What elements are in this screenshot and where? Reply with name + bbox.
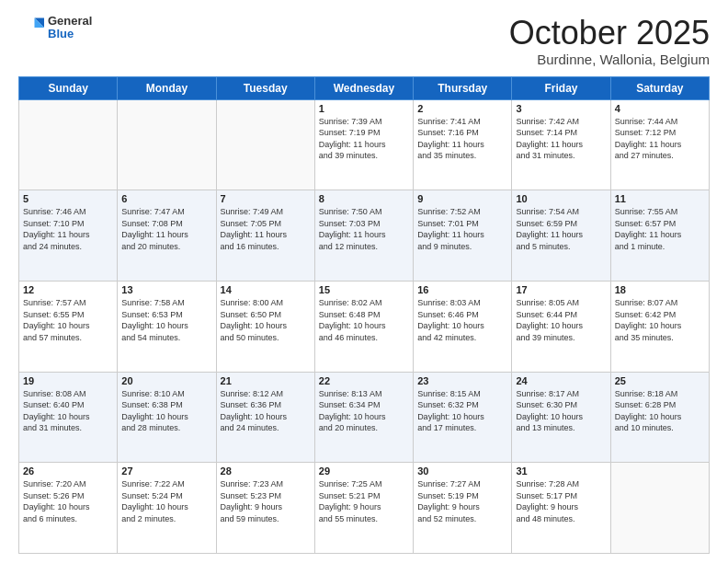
day-info: Sunrise: 7:46 AM Sunset: 7:10 PM Dayligh… bbox=[23, 206, 113, 252]
day-info: Sunrise: 7:22 AM Sunset: 5:24 PM Dayligh… bbox=[121, 478, 211, 524]
calendar-cell: 24Sunrise: 8:17 AM Sunset: 6:30 PM Dayli… bbox=[512, 372, 610, 463]
calendar-cell: 14Sunrise: 8:00 AM Sunset: 6:50 PM Dayli… bbox=[216, 281, 314, 372]
calendar-cell: 13Sunrise: 7:58 AM Sunset: 6:53 PM Dayli… bbox=[118, 281, 216, 372]
calendar-cell: 5Sunrise: 7:46 AM Sunset: 7:10 PM Daylig… bbox=[19, 190, 118, 282]
calendar-cell: 31Sunrise: 7:28 AM Sunset: 5:17 PM Dayli… bbox=[512, 463, 610, 554]
calendar-cell: 17Sunrise: 8:05 AM Sunset: 6:44 PM Dayli… bbox=[512, 281, 610, 372]
title-block: October 2025 Burdinne, Wallonia, Belgium bbox=[509, 15, 710, 67]
calendar-week-row: 5Sunrise: 7:46 AM Sunset: 7:10 PM Daylig… bbox=[19, 190, 710, 282]
calendar-cell: 28Sunrise: 7:23 AM Sunset: 5:23 PM Dayli… bbox=[216, 463, 314, 554]
calendar-header-thursday: Thursday bbox=[414, 76, 512, 99]
day-number: 19 bbox=[23, 375, 113, 386]
day-number: 13 bbox=[121, 284, 211, 295]
calendar-header-row: SundayMondayTuesdayWednesdayThursdayFrid… bbox=[19, 76, 710, 99]
day-number: 12 bbox=[23, 284, 113, 295]
calendar-cell: 15Sunrise: 8:02 AM Sunset: 6:48 PM Dayli… bbox=[314, 281, 413, 372]
calendar-cell: 11Sunrise: 7:55 AM Sunset: 6:57 PM Dayli… bbox=[610, 190, 709, 282]
day-number: 9 bbox=[417, 193, 507, 204]
day-info: Sunrise: 7:20 AM Sunset: 5:26 PM Dayligh… bbox=[23, 478, 113, 524]
day-number: 25 bbox=[615, 375, 705, 386]
calendar-cell: 27Sunrise: 7:22 AM Sunset: 5:24 PM Dayli… bbox=[118, 463, 216, 554]
day-number: 18 bbox=[615, 284, 705, 295]
calendar-cell: 12Sunrise: 7:57 AM Sunset: 6:55 PM Dayli… bbox=[19, 281, 118, 372]
day-info: Sunrise: 8:17 AM Sunset: 6:30 PM Dayligh… bbox=[516, 388, 606, 434]
calendar-week-row: 19Sunrise: 8:08 AM Sunset: 6:40 PM Dayli… bbox=[19, 372, 710, 463]
day-number: 29 bbox=[319, 465, 409, 477]
day-info: Sunrise: 7:41 AM Sunset: 7:16 PM Dayligh… bbox=[417, 116, 507, 162]
day-info: Sunrise: 8:12 AM Sunset: 6:36 PM Dayligh… bbox=[221, 388, 311, 434]
day-info: Sunrise: 8:13 AM Sunset: 6:34 PM Dayligh… bbox=[319, 388, 409, 434]
calendar-cell: 4Sunrise: 7:44 AM Sunset: 7:12 PM Daylig… bbox=[610, 99, 709, 190]
calendar-cell bbox=[216, 99, 314, 190]
day-number: 10 bbox=[516, 193, 606, 204]
page: General Blue October 2025 Burdinne, Wall… bbox=[0, 0, 728, 563]
day-info: Sunrise: 7:50 AM Sunset: 7:03 PM Dayligh… bbox=[319, 206, 409, 252]
day-number: 17 bbox=[516, 284, 606, 295]
day-info: Sunrise: 8:08 AM Sunset: 6:40 PM Dayligh… bbox=[23, 388, 113, 434]
day-number: 3 bbox=[516, 103, 606, 114]
day-number: 26 bbox=[23, 465, 113, 477]
day-info: Sunrise: 7:25 AM Sunset: 5:21 PM Dayligh… bbox=[319, 478, 409, 524]
calendar-cell: 21Sunrise: 8:12 AM Sunset: 6:36 PM Dayli… bbox=[216, 372, 314, 463]
calendar-week-row: 26Sunrise: 7:20 AM Sunset: 5:26 PM Dayli… bbox=[19, 463, 710, 554]
day-number: 16 bbox=[417, 284, 507, 295]
calendar-cell: 1Sunrise: 7:39 AM Sunset: 7:19 PM Daylig… bbox=[314, 99, 413, 190]
day-info: Sunrise: 7:23 AM Sunset: 5:23 PM Dayligh… bbox=[221, 478, 311, 524]
day-number: 24 bbox=[516, 375, 606, 386]
day-info: Sunrise: 8:15 AM Sunset: 6:32 PM Dayligh… bbox=[417, 388, 507, 434]
calendar-week-row: 1Sunrise: 7:39 AM Sunset: 7:19 PM Daylig… bbox=[19, 99, 710, 190]
calendar-cell: 26Sunrise: 7:20 AM Sunset: 5:26 PM Dayli… bbox=[19, 463, 118, 554]
logo-text: General Blue bbox=[48, 15, 92, 41]
day-info: Sunrise: 7:27 AM Sunset: 5:19 PM Dayligh… bbox=[417, 478, 507, 524]
day-info: Sunrise: 7:44 AM Sunset: 7:12 PM Dayligh… bbox=[615, 116, 705, 162]
calendar-cell bbox=[610, 463, 709, 554]
calendar-cell: 16Sunrise: 8:03 AM Sunset: 6:46 PM Dayli… bbox=[414, 281, 512, 372]
day-info: Sunrise: 7:28 AM Sunset: 5:17 PM Dayligh… bbox=[516, 478, 606, 524]
day-number: 14 bbox=[221, 284, 311, 295]
day-number: 15 bbox=[319, 284, 409, 295]
calendar-table: SundayMondayTuesdayWednesdayThursdayFrid… bbox=[18, 76, 710, 554]
day-info: Sunrise: 7:47 AM Sunset: 7:08 PM Dayligh… bbox=[121, 206, 211, 252]
calendar-cell: 22Sunrise: 8:13 AM Sunset: 6:34 PM Dayli… bbox=[314, 372, 413, 463]
logo-general: General bbox=[48, 15, 92, 28]
calendar-cell: 7Sunrise: 7:49 AM Sunset: 7:05 PM Daylig… bbox=[216, 190, 314, 282]
calendar-cell: 30Sunrise: 7:27 AM Sunset: 5:19 PM Dayli… bbox=[414, 463, 512, 554]
calendar-cell bbox=[118, 99, 216, 190]
day-number: 30 bbox=[417, 465, 507, 477]
logo: General Blue bbox=[18, 15, 92, 41]
day-number: 28 bbox=[221, 465, 311, 477]
day-number: 21 bbox=[221, 375, 311, 386]
calendar-cell: 18Sunrise: 8:07 AM Sunset: 6:42 PM Dayli… bbox=[610, 281, 709, 372]
day-number: 4 bbox=[615, 103, 705, 114]
day-number: 6 bbox=[121, 193, 211, 204]
day-info: Sunrise: 7:58 AM Sunset: 6:53 PM Dayligh… bbox=[121, 297, 211, 343]
day-info: Sunrise: 7:55 AM Sunset: 6:57 PM Dayligh… bbox=[615, 206, 705, 252]
day-number: 20 bbox=[121, 375, 211, 386]
day-number: 27 bbox=[121, 465, 211, 477]
calendar-header-friday: Friday bbox=[512, 76, 610, 99]
day-info: Sunrise: 8:10 AM Sunset: 6:38 PM Dayligh… bbox=[121, 388, 211, 434]
calendar-cell: 20Sunrise: 8:10 AM Sunset: 6:38 PM Dayli… bbox=[118, 372, 216, 463]
day-info: Sunrise: 8:18 AM Sunset: 6:28 PM Dayligh… bbox=[615, 388, 705, 434]
calendar-cell: 9Sunrise: 7:52 AM Sunset: 7:01 PM Daylig… bbox=[414, 190, 512, 282]
calendar-cell: 3Sunrise: 7:42 AM Sunset: 7:14 PM Daylig… bbox=[512, 99, 610, 190]
calendar-cell: 19Sunrise: 8:08 AM Sunset: 6:40 PM Dayli… bbox=[19, 372, 118, 463]
day-number: 23 bbox=[417, 375, 507, 386]
calendar-cell: 10Sunrise: 7:54 AM Sunset: 6:59 PM Dayli… bbox=[512, 190, 610, 282]
calendar-cell: 23Sunrise: 8:15 AM Sunset: 6:32 PM Dayli… bbox=[414, 372, 512, 463]
calendar-week-row: 12Sunrise: 7:57 AM Sunset: 6:55 PM Dayli… bbox=[19, 281, 710, 372]
calendar-cell: 25Sunrise: 8:18 AM Sunset: 6:28 PM Dayli… bbox=[610, 372, 709, 463]
day-number: 1 bbox=[319, 103, 409, 114]
calendar-cell: 29Sunrise: 7:25 AM Sunset: 5:21 PM Dayli… bbox=[314, 463, 413, 554]
day-info: Sunrise: 7:39 AM Sunset: 7:19 PM Dayligh… bbox=[319, 116, 409, 162]
calendar-header-monday: Monday bbox=[118, 76, 216, 99]
day-info: Sunrise: 7:54 AM Sunset: 6:59 PM Dayligh… bbox=[516, 206, 606, 252]
logo-blue: Blue bbox=[48, 28, 92, 40]
day-info: Sunrise: 8:03 AM Sunset: 6:46 PM Dayligh… bbox=[417, 297, 507, 343]
day-number: 2 bbox=[417, 103, 507, 114]
day-number: 22 bbox=[319, 375, 409, 386]
calendar-cell: 8Sunrise: 7:50 AM Sunset: 7:03 PM Daylig… bbox=[314, 190, 413, 282]
day-number: 7 bbox=[221, 193, 311, 204]
day-number: 8 bbox=[319, 193, 409, 204]
day-number: 11 bbox=[615, 193, 705, 204]
